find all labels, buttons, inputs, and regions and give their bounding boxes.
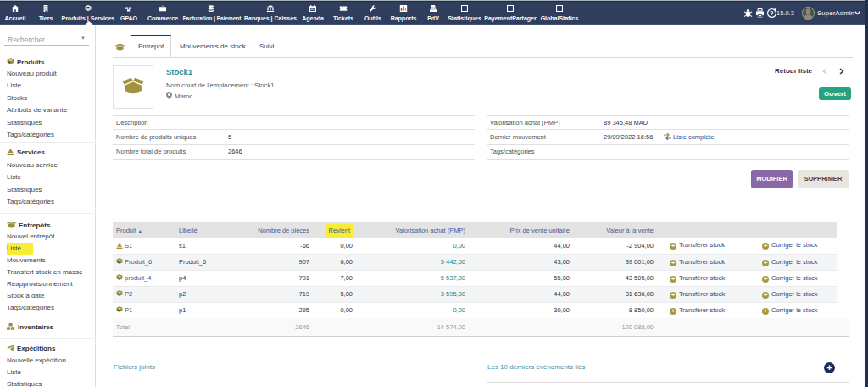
svg-text:?: ? <box>770 9 774 17</box>
